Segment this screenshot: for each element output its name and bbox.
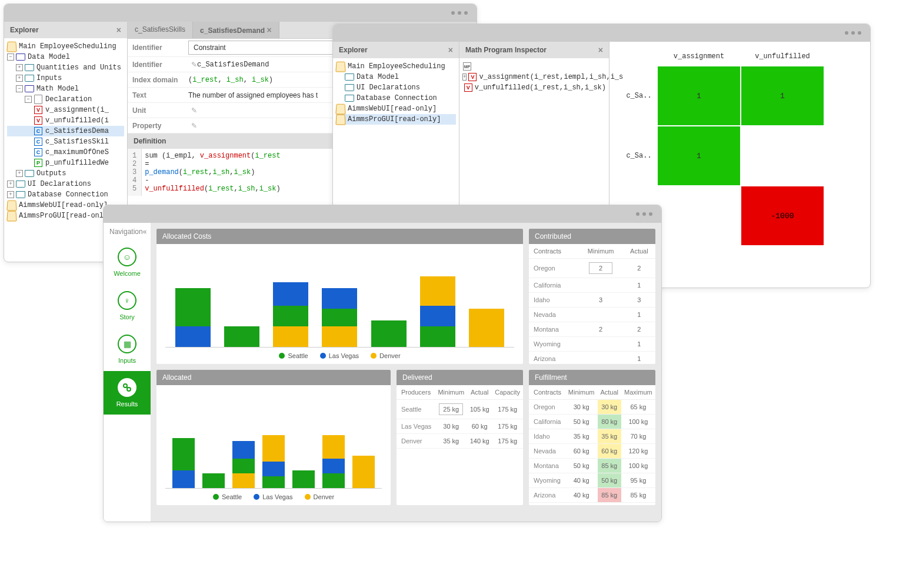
card-title: Allocated <box>156 370 391 385</box>
titlebar[interactable] <box>333 24 870 42</box>
dashboard-window: Navigation« ☺Welcome ♀Story ▦Inputs Resu… <box>103 205 662 522</box>
card-title: Fulfillment <box>529 370 655 385</box>
model-tree-2[interactable]: Main EmployeeScheduling Data Model UI De… <box>333 58 459 128</box>
contributed-card: Contributed ContractsMinimumActual Orego… <box>529 229 655 364</box>
fulfillment-card: Fulfillment ContractsMinimumActualMaximu… <box>529 370 655 505</box>
card-title: Delivered <box>397 370 523 385</box>
titlebar[interactable] <box>104 205 661 223</box>
edit-icon[interactable]: ✎ <box>191 61 197 69</box>
delivered-table[interactable]: ProducersMinimumActualCapacity Seattle25… <box>397 385 523 449</box>
edit-icon[interactable]: ✎ <box>191 122 197 130</box>
close-icon[interactable]: × <box>116 25 121 35</box>
matrix-cell[interactable]: 1 <box>658 66 740 125</box>
matrix-cell[interactable]: -1000 <box>741 186 824 245</box>
matrix-row-header: c_Sa.. <box>621 126 657 185</box>
label-index-domain: Index domain <box>132 76 188 84</box>
label-unit: Unit <box>132 106 188 115</box>
fulfillment-table[interactable]: ContractsMinimumActualMaximum Oregon30 k… <box>529 385 655 503</box>
dashboard-body: Allocated Costs Seattle Las Vegas <box>151 223 661 522</box>
tab-demand[interactable]: c_SatisfiesDemand × <box>193 22 279 38</box>
card-title: Allocated Costs <box>156 229 523 244</box>
model-tree[interactable]: Main EmployeeScheduling −Data Model +Qua… <box>4 38 127 224</box>
card-title: Contributed <box>529 229 655 244</box>
nav-item-story[interactable]: ♀Story <box>104 284 151 328</box>
matrix-cell[interactable]: 1 <box>658 126 740 185</box>
label-text: Text <box>132 91 188 99</box>
nav-sidebar: Navigation« ☺Welcome ♀Story ▦Inputs Resu… <box>104 223 151 522</box>
delivered-card: Delivered ProducersMinimumActualCapacity… <box>397 370 523 505</box>
allocated-costs-card: Allocated Costs Seattle Las Vegas <box>156 229 523 364</box>
close-icon[interactable]: × <box>267 25 271 35</box>
panel-title: Explorer <box>10 26 39 34</box>
nav-title: Navigation <box>109 228 143 236</box>
allocated-costs-chart[interactable] <box>165 250 514 348</box>
chart-legend: Seattle Las Vegas Denver <box>165 489 382 502</box>
close-icon[interactable]: × <box>448 45 453 55</box>
edit-icon[interactable]: ✎ <box>191 106 197 115</box>
tab-skills[interactable]: c_SatisfiesSkills <box>128 22 193 38</box>
matrix-cell[interactable]: 1 <box>741 66 824 125</box>
allocated-card: Allocated Seattle Las Vegas Den <box>156 370 391 505</box>
label-identifier-type: Identifier <box>132 44 188 52</box>
panel-title: Explorer <box>339 46 368 54</box>
panel-title: Math Program Inspector <box>465 46 547 54</box>
nav-item-inputs[interactable]: ▦Inputs <box>104 328 151 371</box>
allocated-chart[interactable] <box>165 391 382 489</box>
close-icon[interactable]: × <box>598 45 603 55</box>
nav-item-welcome[interactable]: ☺Welcome <box>104 240 151 284</box>
label-property: Property <box>132 122 188 130</box>
contributed-table[interactable]: ContractsMinimumActual Oregon22 Californ… <box>529 244 655 364</box>
matrix-col-header: v_assignment <box>658 48 740 65</box>
svg-line-2 <box>126 387 128 388</box>
nav-item-results[interactable]: Results <box>104 371 151 415</box>
label-identifier: Identifier <box>132 61 188 69</box>
titlebar[interactable] <box>4 4 477 22</box>
collapse-icon[interactable]: « <box>143 228 147 236</box>
matrix-row-header: c_Sa.. <box>621 66 657 125</box>
matrix-col-header: v_unfulfilled <box>741 48 824 65</box>
chart-legend: Seattle Las Vegas Denver <box>165 348 514 361</box>
